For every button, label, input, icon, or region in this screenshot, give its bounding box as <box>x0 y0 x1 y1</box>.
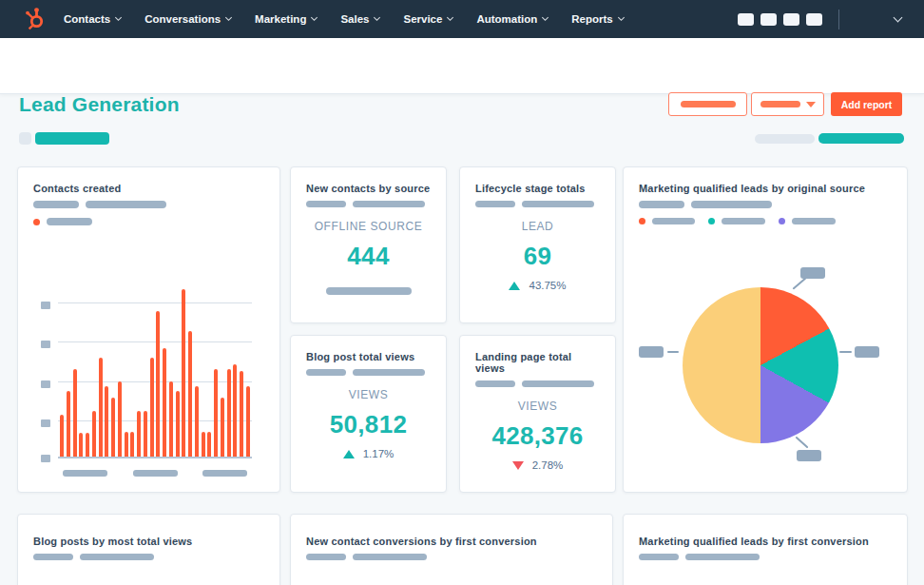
redacted-button-label <box>760 101 800 107</box>
redacted-subtitle-placeholder <box>475 201 515 207</box>
card-mql-by-original-source[interactable]: Marketing qualified leads by original so… <box>623 166 908 493</box>
callout-line <box>667 351 679 353</box>
bar-series <box>60 291 250 457</box>
legend-dot <box>779 218 785 224</box>
nav-item-sales[interactable]: Sales <box>340 13 379 25</box>
nav-item-conversations[interactable]: Conversations <box>144 13 231 25</box>
card-title: Blog posts by most total views <box>33 536 264 547</box>
dashboard-action-button[interactable] <box>668 92 747 116</box>
bar <box>182 289 185 457</box>
card-title: Blog post total views <box>306 351 431 362</box>
filter-label-placeholder <box>755 134 815 144</box>
redacted-subtitle-placeholder <box>475 380 515 387</box>
account-chevron-down-icon[interactable] <box>894 13 903 23</box>
nav-action-placeholder[interactable] <box>738 13 754 26</box>
callout-line <box>839 351 852 353</box>
nav-divider <box>838 10 839 29</box>
hubspot-logo-icon[interactable] <box>25 8 47 31</box>
bar <box>207 432 211 457</box>
redacted-legend-label <box>47 218 92 225</box>
bar <box>163 348 166 457</box>
card-title: Marketing qualified leads by first conve… <box>639 536 892 547</box>
card-blog-posts-by-most-total-views[interactable]: Blog posts by most total views <box>17 514 280 585</box>
nav-item-label: Reports <box>571 13 612 25</box>
redacted-legend-label <box>792 218 836 224</box>
nav-action-placeholder[interactable] <box>760 13 777 26</box>
bar-chart-legend <box>33 218 264 225</box>
bar <box>79 433 83 457</box>
redacted-subtitle-placeholder <box>33 554 73 560</box>
bar <box>60 415 64 457</box>
bar <box>169 381 173 457</box>
redacted-subtitle-placeholder <box>33 201 79 208</box>
bar <box>67 391 70 457</box>
stat-delta: 43.75% <box>529 280 566 291</box>
bar <box>86 433 89 457</box>
legend-dot <box>708 218 715 224</box>
nav-item-automation[interactable]: Automation <box>476 13 548 25</box>
x-axis-labels <box>58 470 252 477</box>
redacted-subtitle-placeholder <box>353 369 425 376</box>
trend-up-icon <box>509 282 520 290</box>
chevron-down-icon <box>115 14 122 21</box>
nav-action-placeholder[interactable] <box>783 13 799 26</box>
y-tick-placeholder <box>41 380 50 388</box>
pie-chart <box>683 287 838 443</box>
y-tick-placeholder <box>41 302 50 309</box>
card-contacts-created[interactable]: Contacts created <box>17 166 280 493</box>
top-nav: Contacts Conversations Marketing Sales S… <box>0 0 924 38</box>
bar <box>188 331 192 457</box>
trend-up-icon <box>343 450 355 458</box>
filter-chip[interactable] <box>35 132 109 145</box>
pie-callout-label <box>639 346 664 358</box>
redacted-subtitle-placeholder <box>306 554 346 560</box>
lead-generation-dashboard: Contacts Conversations Marketing Sales S… <box>0 0 924 585</box>
card-mql-by-first-conversion[interactable]: Marketing qualified leads by first conve… <box>623 514 908 585</box>
bar <box>111 398 115 457</box>
nav-item-label: Service <box>403 13 442 25</box>
chevron-down-icon <box>618 14 625 21</box>
redacted-button-label <box>681 101 736 107</box>
bar <box>233 364 237 457</box>
bar <box>195 386 199 457</box>
chevron-down-icon <box>542 14 549 21</box>
bar <box>73 369 77 457</box>
add-report-button[interactable]: Add report <box>831 92 902 116</box>
bar <box>99 358 103 457</box>
stat-label: OFFLINE SOURCE <box>306 220 431 233</box>
pie-callout-label <box>800 267 825 279</box>
chevron-down-icon <box>374 14 380 21</box>
nav-item-reports[interactable]: Reports <box>571 13 623 25</box>
card-title: New contact conversions by first convers… <box>306 536 597 547</box>
nav-item-marketing[interactable]: Marketing <box>255 13 317 25</box>
bar-chart-plot <box>58 291 252 458</box>
nav-item-contacts[interactable]: Contacts <box>64 13 121 25</box>
bar <box>118 381 122 457</box>
bar <box>125 432 128 457</box>
card-new-contacts-by-source[interactable]: New contacts by source OFFLINE SOURCE 44… <box>290 166 447 323</box>
card-title: Landing page total views <box>475 351 600 374</box>
redacted-subtitle-placeholder <box>306 369 346 376</box>
nav-action-placeholder[interactable] <box>806 13 822 26</box>
y-tick-placeholder <box>41 341 50 348</box>
redacted-subtitle-placeholder <box>86 201 166 208</box>
dashboard-dropdown-button[interactable] <box>751 92 824 116</box>
card-lifecycle-stage-totals[interactable]: Lifecycle stage totals LEAD 69 43.75% <box>459 166 616 323</box>
card-new-contact-conversions-by-first-conversion[interactable]: New contact conversions by first convers… <box>290 514 613 585</box>
stat-delta: 2.78% <box>532 459 564 471</box>
bar <box>227 369 231 457</box>
card-landing-page-total-views[interactable]: Landing page total views VIEWS 428,376 2… <box>459 335 616 493</box>
card-blog-post-total-views[interactable]: Blog post total views VIEWS 50,812 1.17% <box>290 335 447 493</box>
redacted-caption-placeholder <box>326 287 412 295</box>
callout-line <box>796 437 809 449</box>
bar <box>105 386 108 457</box>
bar <box>202 432 205 457</box>
redacted-legend-label <box>652 218 695 224</box>
card-title: Marketing qualified leads by original so… <box>639 183 892 194</box>
bar <box>137 411 141 457</box>
filter-chip[interactable] <box>818 133 904 144</box>
bar <box>221 398 224 457</box>
nav-item-label: Contacts <box>64 13 110 25</box>
nav-item-service[interactable]: Service <box>403 13 452 25</box>
bar <box>92 411 96 457</box>
